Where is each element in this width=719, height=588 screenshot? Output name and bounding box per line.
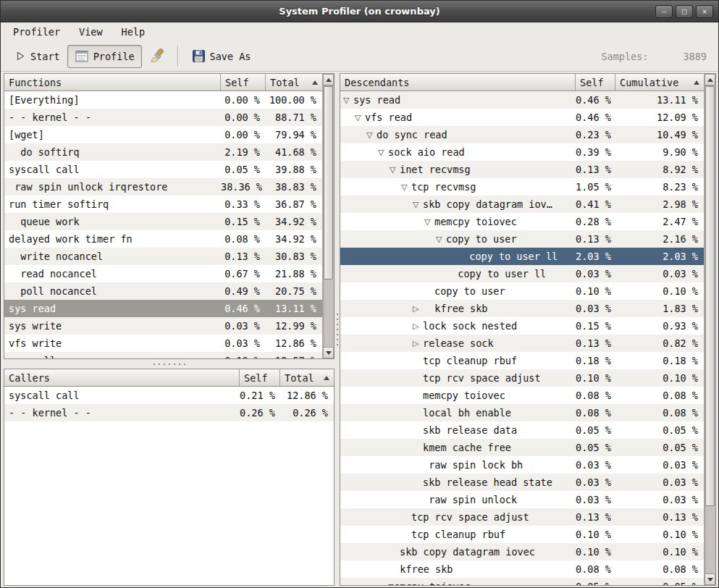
caller-row[interactable]: syscall_call 0.21 % 12.86 %: [4, 387, 334, 404]
function-row[interactable]: - - kernel - - 0.00 % 88.71 %: [4, 109, 322, 126]
menu-view[interactable]: View: [70, 23, 112, 41]
function-row[interactable]: _raw_spin_unlock_irqrestore 38.36 % 38.8…: [4, 178, 322, 196]
function-row[interactable]: delayed_work_timer_fn 0.08 % 34.92 %: [4, 230, 322, 248]
tree-row[interactable]: tcp_recvmsg 1.05 % 8.23 %: [340, 178, 704, 196]
tree-row[interactable]: copy_to_user 0.13 % 2.16 %: [340, 230, 704, 248]
tree-row[interactable]: kmem_cache_free 0.05 % 0.05 %: [340, 439, 704, 456]
tree-row[interactable]: _raw_spin_lock_bh 0.03 % 0.03 %: [340, 456, 704, 474]
tree-row[interactable]: lock_sock_nested 0.15 % 0.93 %: [340, 317, 704, 335]
descendant-cumulative-value: 9.90 %: [615, 146, 704, 158]
column-header-callers[interactable]: Callers: [4, 369, 240, 387]
window-controls: – □ ✕: [655, 5, 713, 18]
tree-expander-icon[interactable]: [413, 305, 423, 313]
scrollbar-thumb[interactable]: [705, 86, 715, 506]
horizontal-pane-splitter[interactable]: [4, 359, 335, 369]
function-row[interactable]: __do_softirq 2.19 % 41.68 %: [4, 143, 322, 161]
tree-row[interactable]: __kfree_skb 0.03 % 1.83 %: [340, 300, 704, 317]
column-header-total[interactable]: Total: [266, 74, 322, 91]
tree-expander-icon[interactable]: [413, 201, 423, 209]
tree-expander-icon[interactable]: [436, 235, 446, 243]
descendant-name-cell: __kfree_skb: [340, 563, 576, 575]
menu-help[interactable]: Help: [112, 23, 155, 41]
function-row[interactable]: __queue_work 0.15 % 34.92 %: [4, 213, 322, 230]
tree-expander-icon[interactable]: [413, 322, 423, 330]
tree-expander-icon[interactable]: [390, 166, 400, 174]
tree-row[interactable]: skb_release_data 0.05 % 0.05 %: [340, 421, 704, 439]
profile-toggle-button[interactable]: Profile: [67, 45, 142, 68]
function-row[interactable]: syscall_call 0.05 % 39.88 %: [4, 161, 322, 178]
descendant-name: memcpy_toiovec: [388, 581, 471, 585]
column-header-self[interactable]: Self: [240, 369, 280, 387]
tree-row[interactable]: sys_read 0.46 % 13.11 %: [340, 91, 704, 109]
column-header-functions[interactable]: Functions: [4, 74, 221, 91]
tree-row[interactable]: sock_aio_read 0.39 % 9.90 %: [340, 143, 704, 161]
tree-row[interactable]: copy_to_user 0.10 % 0.10 %: [340, 282, 704, 300]
tree-row[interactable]: tcp_rcv_space_adjust 0.13 % 0.13 %: [340, 508, 704, 526]
reset-button[interactable]: [142, 44, 172, 68]
tree-expander-icon[interactable]: [401, 183, 411, 191]
maximize-button[interactable]: □: [676, 5, 693, 18]
tree-expander-icon[interactable]: [413, 340, 423, 348]
scroll-down-button[interactable]: [323, 347, 334, 358]
scrollbar-trough[interactable]: [323, 85, 334, 347]
tree-row[interactable]: __copy_to_user_ll 2.03 % 2.03 %: [340, 248, 704, 265]
tree-expander-icon[interactable]: [343, 96, 353, 104]
function-row[interactable]: [Everything] 0.00 % 100.00 %: [4, 91, 322, 109]
tree-row[interactable]: skb_copy_datagram_iov… 0.41 % 2.98 %: [340, 196, 704, 213]
function-total-value: 21.88 %: [266, 268, 322, 280]
scroll-up-button[interactable]: [705, 74, 715, 85]
tree-row[interactable]: inet_recvmsg 0.13 % 8.92 %: [340, 161, 704, 178]
function-row[interactable]: __read_nocancel 0.67 % 21.88 %: [4, 265, 322, 282]
scrollbar-trough[interactable]: [705, 85, 715, 574]
column-header-descendants[interactable]: Descendants: [340, 74, 576, 91]
tree-row[interactable]: __copy_to_user_ll 0.03 % 0.03 %: [340, 265, 704, 282]
vertical-pane-splitter[interactable]: [335, 73, 340, 586]
tree-row[interactable]: tcp_cleanup_rbuf 0.10 % 0.10 %: [340, 526, 704, 543]
tree-row[interactable]: memcpy_toiovec 0.28 % 2.47 %: [340, 213, 704, 230]
tree-row[interactable]: memcpy_toiovec 0.08 % 0.08 %: [340, 387, 704, 404]
column-header-self[interactable]: Self: [221, 74, 266, 91]
caller-row[interactable]: - - kernel - - 0.26 % 0.26 %: [4, 404, 334, 421]
descendant-name-cell: tcp_rcv_space_adjust: [340, 511, 576, 523]
function-row[interactable]: __write_nocancel 0.13 % 30.83 %: [4, 248, 322, 265]
tree-expander-icon[interactable]: [355, 114, 365, 122]
function-row[interactable]: sys_poll 0.10 % 12.57 %: [4, 352, 322, 358]
column-header-self[interactable]: Self: [576, 74, 615, 91]
tree-row[interactable]: skb_copy_datagram_iovec 0.10 % 0.10 %: [340, 543, 704, 560]
scroll-up-button[interactable]: [323, 74, 334, 85]
descendant-self-value: 0.05 %: [576, 581, 615, 585]
function-row[interactable]: __poll_nocancel 0.49 % 20.75 %: [4, 282, 322, 300]
tree-expander-icon[interactable]: [424, 218, 434, 226]
tree-row[interactable]: tcp_cleanup_rbuf 0.18 % 0.18 %: [340, 352, 704, 369]
close-button[interactable]: ✕: [696, 5, 713, 18]
tree-expander-icon[interactable]: [378, 148, 388, 156]
minimize-button[interactable]: –: [655, 5, 673, 18]
function-row[interactable]: sys_read 0.46 % 13.11 %: [4, 300, 322, 317]
tree-row[interactable]: release_sock 0.13 % 0.82 %: [340, 335, 704, 352]
function-row[interactable]: [wget] 0.00 % 79.94 %: [4, 126, 322, 143]
column-header-cumulative[interactable]: Cumulative: [615, 74, 704, 91]
descendant-cumulative-value: 0.05 %: [615, 442, 704, 453]
tree-row[interactable]: do_sync_read 0.23 % 10.49 %: [340, 126, 704, 143]
save-as-button[interactable]: Save As: [185, 45, 258, 67]
scrollbar-thumb[interactable]: [324, 86, 333, 280]
tree-row[interactable]: vfs_read 0.46 % 12.09 %: [340, 109, 704, 126]
functions-scrollbar[interactable]: [322, 74, 334, 358]
descendants-scrollbar[interactable]: [704, 74, 715, 585]
samples-value: 3889: [683, 51, 707, 62]
tree-row[interactable]: tcp_rcv_space_adjust 0.10 % 0.10 %: [340, 369, 704, 387]
menu-profiler[interactable]: Profiler: [4, 23, 70, 41]
column-header-total[interactable]: Total: [280, 369, 334, 387]
tree-row[interactable]: __kfree_skb 0.08 % 0.08 %: [340, 560, 704, 578]
function-row[interactable]: sys_write 0.03 % 12.99 %: [4, 317, 322, 335]
tree-row[interactable]: skb_release_head_state 0.03 % 0.03 %: [340, 474, 704, 491]
tree-row[interactable]: memcpy_toiovec 0.05 % 0.05 %: [340, 578, 704, 585]
tree-expander-icon[interactable]: [366, 131, 377, 139]
scroll-down-button[interactable]: [705, 574, 715, 585]
tree-row[interactable]: _raw_spin_unlock 0.03 % 0.03 %: [340, 491, 704, 508]
function-row[interactable]: run_timer_softirq 0.33 % 36.87 %: [4, 196, 322, 213]
start-button[interactable]: Start: [8, 46, 67, 67]
function-row[interactable]: vfs_write 0.03 % 12.86 %: [4, 335, 322, 352]
function-name: _raw_spin_unlock_irqrestore: [4, 181, 221, 193]
tree-row[interactable]: local_bh_enable 0.08 % 0.08 %: [340, 404, 704, 421]
